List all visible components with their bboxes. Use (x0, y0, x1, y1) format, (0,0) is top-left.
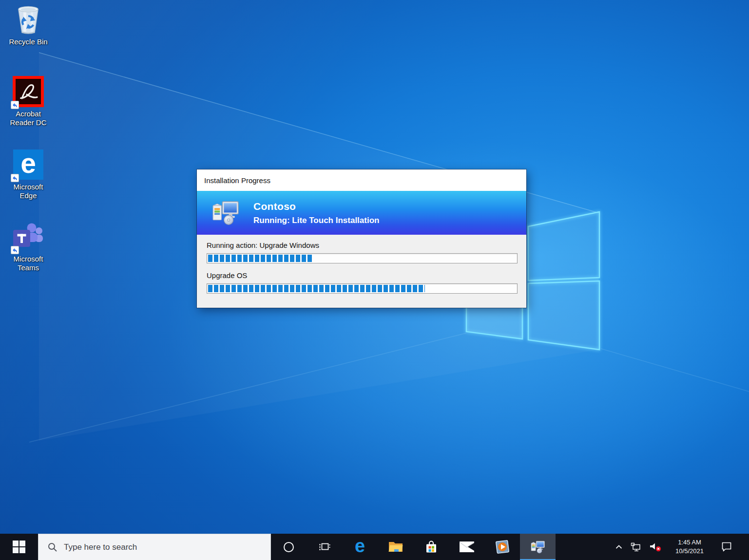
icon-label-line: Reader DC (10, 118, 46, 127)
taskbar-button-windows-installer-active[interactable] (520, 534, 556, 560)
brand-title: Contoso (253, 201, 379, 212)
running-action-label: Running action: Upgrade Windows (207, 241, 518, 249)
shortcut-arrow-icon (11, 174, 19, 182)
volume-muted-icon (649, 542, 662, 552)
icon-label-line: Microsoft (14, 255, 43, 263)
icon-label-line: Teams (14, 263, 43, 272)
upgrade-os-progress-fill (208, 285, 425, 292)
action-center-icon (721, 541, 732, 552)
recycle-bin-icon (13, 2, 44, 37)
windows-start-icon (13, 541, 25, 553)
dialog-header-banner: Contoso Running: Lite Touch Installation (197, 191, 526, 235)
chevron-up-icon (615, 544, 623, 550)
tray-action-center-button[interactable] (713, 534, 740, 560)
icon-label-line: Acrobat (10, 110, 46, 118)
network-ethernet-icon (631, 542, 641, 552)
cortana-icon (284, 542, 294, 552)
taskbar-button-file-explorer[interactable] (378, 534, 413, 560)
desktop-icon-recycle-bin[interactable]: Recycle Bin (3, 3, 54, 46)
taskbar-search-box[interactable] (38, 534, 271, 560)
show-desktop-strip[interactable] (740, 534, 749, 560)
shortcut-arrow-icon (11, 101, 19, 109)
taskbar-button-mail[interactable] (449, 534, 484, 560)
running-action-progress-fill (208, 255, 313, 262)
running-action-progress-bar (207, 253, 518, 263)
tray-volume-button[interactable] (645, 534, 666, 560)
task-view-icon (318, 541, 331, 553)
window-titlebar[interactable]: Installation Progress (197, 169, 526, 191)
search-icon (47, 542, 58, 553)
upgrade-os-progress-bar (207, 283, 518, 294)
microsoft-store-icon (424, 540, 439, 554)
start-button[interactable] (0, 534, 38, 560)
icon-label-line: Edge (14, 191, 43, 200)
tray-show-hidden-icons[interactable] (611, 534, 627, 560)
icon-label-line: Microsoft (14, 183, 43, 191)
taskbar-button-microsoft-store[interactable] (413, 534, 449, 560)
taskbar-button-edge[interactable]: e (342, 534, 378, 560)
clock-date: 10/5/2021 (675, 547, 704, 556)
window-title: Installation Progress (204, 176, 270, 185)
taskbar-button-task-view[interactable] (307, 534, 342, 560)
desktop-icon-microsoft-edge[interactable]: e Microsoft Edge (3, 148, 54, 201)
windows-installer-icon (531, 541, 545, 554)
installation-progress-window: Installation Progress Co (197, 169, 526, 308)
search-input[interactable] (58, 542, 270, 552)
file-explorer-icon (388, 541, 403, 553)
edge-icon: e (355, 537, 365, 555)
mail-icon (460, 541, 474, 553)
taskbar-empty-space (556, 534, 611, 560)
windows-installer-icon (212, 201, 240, 225)
tray-clock[interactable]: 1:45 AM 10/5/2021 (666, 534, 713, 560)
taskbar-button-media-player[interactable] (484, 534, 520, 560)
desktop-icon-acrobat-reader[interactable]: Acrobat Reader DC (3, 75, 54, 128)
taskbar: e (0, 534, 749, 560)
dialog-body: Running action: Upgrade Windows Upgrade … (197, 235, 526, 294)
upgrade-os-label: Upgrade OS (207, 271, 518, 280)
media-player-icon (495, 539, 510, 555)
desktop-icon-microsoft-teams[interactable]: Microsoft Teams (3, 220, 54, 273)
status-line: Running: Lite Touch Installation (253, 216, 379, 225)
shortcut-arrow-icon (11, 246, 19, 254)
tray-network-button[interactable] (627, 534, 645, 560)
clock-time: 1:45 AM (678, 538, 701, 547)
icon-label-line: Recycle Bin (9, 37, 47, 46)
taskbar-button-cortana[interactable] (271, 534, 307, 560)
